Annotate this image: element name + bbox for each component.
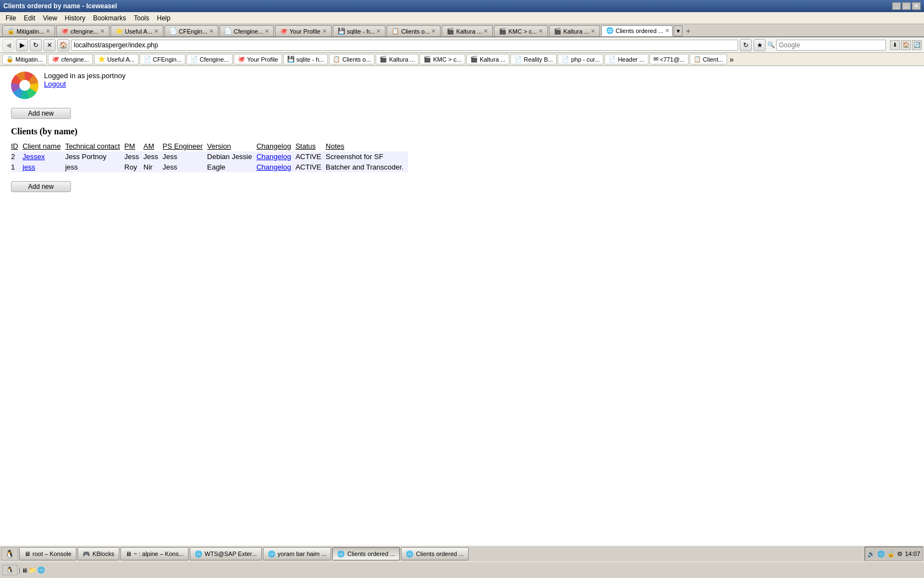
bookmark-mitigatin[interactable]: 🔒Mitigatin... [2, 54, 47, 64]
tab-close-5[interactable]: ✕ [322, 28, 327, 34]
refresh-button[interactable]: ↻ [740, 39, 752, 51]
close-button[interactable]: ✕ [912, 2, 921, 10]
client-name-link[interactable]: Jessex [23, 152, 45, 161]
tab-close-0[interactable]: ✕ [46, 28, 50, 34]
menu-bookmarks[interactable]: Bookmarks [90, 13, 129, 23]
table-header-row: ID Client name Technical contact PM AM P… [11, 141, 408, 151]
tab-5[interactable]: 🐙Your Profile✕ [275, 25, 331, 36]
add-new-button-top[interactable]: Add new [11, 108, 71, 119]
menu-bar: File Edit View History Bookmarks Tools H… [0, 12, 924, 24]
tab-3[interactable]: 📄CFEngin...✕ [164, 25, 218, 36]
cell-status: ACTIVE [295, 162, 326, 172]
menu-tools[interactable]: Tools [130, 13, 152, 23]
user-info: Logged in as jess.portnoy Logout [44, 72, 125, 88]
col-header-pm: PM [124, 141, 144, 151]
add-new-button-bottom[interactable]: Add new [11, 181, 71, 192]
app-logo [11, 72, 38, 99]
bookmark-more[interactable]: » [729, 55, 734, 64]
tab-close-6[interactable]: ✕ [376, 28, 381, 34]
bookmark-client2[interactable]: 📋Client... [690, 54, 727, 64]
menu-view[interactable]: View [40, 13, 61, 23]
bookmark-yourprofile[interactable]: 🐙Your Profile [234, 54, 282, 64]
home-extra-button[interactable]: 🏠 [901, 40, 911, 50]
tab-8[interactable]: 🎬Kaltura ...✕ [442, 25, 493, 36]
cell-version: Debian Jessie [207, 151, 257, 162]
tabs-bar: 🔒Mitigatin...✕ 🐙cfengine...✕ ⭐Useful A..… [0, 24, 924, 37]
col-header-id: ID [11, 141, 23, 151]
tab-7[interactable]: 📋Clients o...✕ [387, 25, 441, 36]
window-controls[interactable]: _ □ ✕ [892, 2, 921, 10]
logout-link[interactable]: Logout [44, 80, 66, 88]
cell-id: 2 [11, 151, 23, 162]
menu-help[interactable]: Help [153, 13, 174, 23]
url-bar[interactable] [71, 40, 738, 51]
stop-button[interactable]: ✕ [43, 39, 56, 51]
bookmark-clients[interactable]: 📋Clients o... [329, 54, 375, 64]
menu-history[interactable]: History [62, 13, 89, 23]
col-header-am: AM [144, 141, 163, 151]
new-tab-button[interactable]: + [684, 25, 692, 36]
bookmark-cfengine2[interactable]: 📄Cfengine... [186, 54, 233, 64]
cell-am: Nir [144, 162, 163, 172]
bookmark-header[interactable]: 📄Header ... [604, 54, 648, 64]
tab-overflow-button[interactable]: ▼ [674, 25, 683, 36]
bookmark-kaltura2[interactable]: 🎬Kaltura ... [466, 54, 509, 64]
menu-edit[interactable]: Edit [20, 13, 38, 23]
search-input[interactable] [776, 40, 886, 51]
tab-close-3[interactable]: ✕ [209, 28, 213, 34]
tab-close-10[interactable]: ✕ [591, 28, 595, 34]
tab-4[interactable]: 📄Cfengine...✕ [219, 25, 274, 36]
cell-client-name: jess [23, 162, 65, 172]
cell-version: Eagle [207, 162, 257, 172]
minimize-button[interactable]: _ [892, 2, 901, 10]
browser-content: Logged in as jess.portnoy Logout Add new… [0, 66, 924, 545]
tab-1[interactable]: 🐙cfengine...✕ [56, 25, 109, 36]
bookmark-email[interactable]: ✉<771@... [650, 54, 689, 64]
bookmark-cfengin[interactable]: 📄CFEngin... [140, 54, 185, 64]
tab-close-1[interactable]: ✕ [100, 28, 105, 34]
bookmark-kmc[interactable]: 🎬KMC > c... [420, 54, 465, 64]
cell-ps-engineer: Jess [163, 151, 207, 162]
changelog-link[interactable]: Changelog [256, 152, 291, 161]
cell-am: Jess [144, 151, 163, 162]
cell-ps-engineer: Jess [163, 162, 207, 172]
tab-close-11[interactable]: ✕ [665, 28, 669, 34]
bookmark-sqlite[interactable]: 💾sqlite - h... [283, 54, 328, 64]
table-row: 1 jess jess Roy Nir Jess Eagle Changelog… [11, 162, 408, 172]
back-button[interactable]: ◀ [2, 39, 14, 51]
reload-button[interactable]: ↻ [30, 39, 42, 51]
cell-tech-contact: jess [65, 162, 124, 172]
bookmark-cfengine[interactable]: 🐙cfengine... [48, 54, 93, 64]
maximize-button[interactable]: □ [902, 2, 911, 10]
home-button[interactable]: 🏠 [57, 39, 69, 51]
tab-close-7[interactable]: ✕ [431, 28, 436, 34]
tab-0[interactable]: 🔒Mitigatin...✕ [2, 25, 55, 36]
bookmark-kaltura1[interactable]: 🎬Kaltura ... [376, 54, 419, 64]
client-name-link[interactable]: jess [23, 163, 35, 171]
forward-button[interactable]: ▶ [16, 39, 28, 51]
changelog-link[interactable]: Changelog [256, 163, 291, 171]
tab-6[interactable]: 💾sqlite - h...✕ [333, 25, 386, 36]
bookmark-php[interactable]: 📄php - cur... [558, 54, 603, 64]
tab-close-4[interactable]: ✕ [265, 28, 269, 34]
logo-inner [19, 80, 30, 91]
tab-10[interactable]: 🎬Kaltura ...✕ [549, 25, 600, 36]
cell-changelog: Changelog [256, 162, 295, 172]
bookmark-useful[interactable]: ⭐Useful A... [94, 54, 139, 64]
table-row: 2 Jessex Jess Portnoy Jess Jess Jess Deb… [11, 151, 408, 162]
cell-client-name: Jessex [23, 151, 65, 162]
menu-file[interactable]: File [2, 13, 19, 23]
tab-close-9[interactable]: ✕ [538, 28, 543, 34]
tab-9[interactable]: 🎬KMC > c...✕ [494, 25, 548, 36]
bookmark-star[interactable]: ★ [754, 39, 766, 51]
download-button[interactable]: ⬇ [890, 40, 900, 50]
tab-close-2[interactable]: ✕ [154, 28, 158, 34]
sync-button[interactable]: 🔄 [912, 40, 922, 50]
window-title: Clients ordered by name - Iceweasel [3, 2, 117, 10]
bookmark-reality[interactable]: 📄Reality B... [510, 54, 557, 64]
tab-close-8[interactable]: ✕ [483, 28, 488, 34]
tab-2[interactable]: ⭐Useful A...✕ [111, 25, 163, 36]
col-header-version: Version [207, 141, 257, 151]
tab-11[interactable]: 🌐Clients ordered ...✕ [601, 25, 673, 36]
col-header-status: Status [295, 141, 326, 151]
